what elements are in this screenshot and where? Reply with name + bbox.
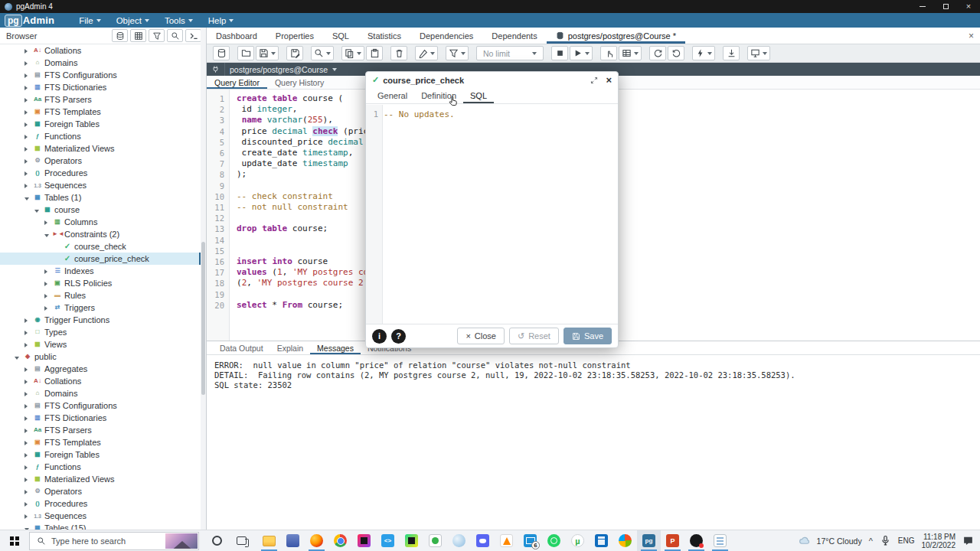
tab-sql[interactable]: SQL xyxy=(323,28,358,44)
database-tool-taskbar-button[interactable] xyxy=(423,530,447,551)
tab-dependencies[interactable]: Dependencies xyxy=(410,28,482,44)
hidden-icons-chevron[interactable]: ^ xyxy=(869,536,873,546)
tree-expander-icon[interactable] xyxy=(44,291,52,300)
tree-expander-icon[interactable] xyxy=(24,499,32,508)
tree-item-foreign-tables[interactable]: ▦Foreign Tables xyxy=(0,118,206,130)
tree-expander-icon[interactable] xyxy=(24,156,32,165)
save-as-button[interactable] xyxy=(286,46,303,60)
tree-expander-icon[interactable] xyxy=(24,401,32,410)
recorder-taskbar-button[interactable] xyxy=(684,530,708,551)
tree-expander-icon[interactable] xyxy=(24,315,32,324)
dialog-save-button[interactable]: Save xyxy=(564,328,612,344)
tab-properties[interactable]: Properties xyxy=(266,28,323,44)
tree-expander-icon[interactable] xyxy=(24,462,32,471)
rollback-button[interactable] xyxy=(668,46,684,60)
minimize-button[interactable] xyxy=(911,0,934,13)
tree-expander-icon[interactable] xyxy=(24,413,32,422)
magnifier-button[interactable] xyxy=(311,46,334,60)
help-button[interactable]: ? xyxy=(391,329,406,344)
save-button[interactable] xyxy=(256,46,279,60)
tree-item-types[interactable]: □Types xyxy=(0,326,206,338)
play-button[interactable] xyxy=(570,46,593,60)
tree-item-domains[interactable]: ⌂Domains xyxy=(0,57,206,69)
taskbar-search-input[interactable]: Type here to search xyxy=(29,532,199,550)
dialog-reset-button[interactable]: ↺Reset xyxy=(509,328,559,344)
storage-button[interactable] xyxy=(112,29,128,42)
tab-dependents[interactable]: Dependents xyxy=(482,28,546,44)
tree-item-functions[interactable]: ƒFunctions xyxy=(0,461,206,473)
tree-item-rules[interactable]: ▬Rules xyxy=(0,289,206,302)
language-indicator[interactable]: ENG xyxy=(898,536,915,545)
discord-taskbar-button[interactable] xyxy=(471,530,495,551)
tree-expander-icon[interactable] xyxy=(24,168,32,178)
output-tab-data-output[interactable]: Data Output xyxy=(213,341,270,354)
tree-item-procedures[interactable]: ()Procedures xyxy=(0,497,206,510)
hand-button[interactable] xyxy=(600,46,617,60)
tree-item-fts-dictionaries[interactable]: ▥FTS Dictionaries xyxy=(0,412,206,424)
whatsapp-taskbar-button[interactable] xyxy=(542,530,566,551)
stop-button[interactable] xyxy=(551,46,568,60)
tree-item-fts-templates[interactable]: ▣FTS Templates xyxy=(0,106,206,118)
tree-expander-icon[interactable] xyxy=(24,144,32,153)
filter-button[interactable] xyxy=(149,29,165,42)
funnel-button[interactable] xyxy=(446,46,469,60)
tree-item-fts-dictionaries[interactable]: ▥FTS Dictionaries xyxy=(0,81,206,93)
tree-item-course-check[interactable]: ✓course_check xyxy=(0,240,206,253)
tree-expander-icon[interactable] xyxy=(24,119,32,129)
tree-item-aggregates[interactable]: ▤Aggregates xyxy=(0,363,206,375)
tree-item-sequences[interactable]: 1.3Sequences xyxy=(0,510,206,522)
output-tab-explain[interactable]: Explain xyxy=(270,341,310,354)
menu-tools[interactable]: Tools xyxy=(157,13,201,28)
tree-expander-icon[interactable] xyxy=(24,450,32,459)
search-button[interactable] xyxy=(167,29,183,42)
terminal-button[interactable] xyxy=(185,29,201,42)
tree-expander-icon[interactable] xyxy=(24,328,32,337)
tree-item-indexes[interactable]: ☰Indexes xyxy=(0,265,206,277)
chevron-down-icon[interactable] xyxy=(332,68,337,71)
tree-item-triggers[interactable]: ⇄Triggers xyxy=(0,302,206,314)
dialog-header[interactable]: ✓ course_price_check × xyxy=(366,72,618,88)
tree-item-fts-configurations[interactable]: ▤FTS Configurations xyxy=(0,399,206,412)
tab-statistics[interactable]: Statistics xyxy=(358,28,410,44)
tab-query-editor[interactable]: Query Editor xyxy=(207,76,267,89)
tray-temperature[interactable]: 17°C Cloudy xyxy=(817,536,862,546)
expand-icon[interactable] xyxy=(590,77,598,84)
tree-item-fts-templates[interactable]: ▣FTS Templates xyxy=(0,436,206,448)
tree-expander-icon[interactable] xyxy=(24,83,32,92)
row-limit-select[interactable]: No limit xyxy=(476,46,544,60)
devices-taskbar-button[interactable] xyxy=(281,530,305,551)
vscode-taskbar-button[interactable]: <> xyxy=(376,530,400,551)
display-button[interactable] xyxy=(747,46,770,60)
firefox-taskbar-button[interactable] xyxy=(305,530,328,551)
tree-item-collations[interactable]: A↓Collations xyxy=(0,44,206,57)
table-button[interactable] xyxy=(619,46,642,60)
start-button[interactable] xyxy=(0,530,29,551)
tree-expander-icon[interactable] xyxy=(24,95,32,104)
powerpoint-taskbar-button[interactable]: P xyxy=(661,530,684,551)
tree-expander-icon[interactable] xyxy=(24,487,32,496)
menu-help[interactable]: Help xyxy=(201,13,242,28)
tree-item-operators[interactable]: ⚙Operators xyxy=(0,155,206,167)
maximize-button[interactable] xyxy=(934,0,957,13)
tree-item-constraints-2-[interactable]: ►◄Constraints (2) xyxy=(0,228,206,240)
output-tab-messages[interactable]: Messages xyxy=(310,341,361,354)
pgadmin-taskbar-button[interactable]: pg xyxy=(637,530,661,551)
tree-expander-icon[interactable] xyxy=(24,425,32,435)
tree-item-fts-configurations[interactable]: ▤FTS Configurations xyxy=(0,69,206,81)
tree-expander-icon[interactable] xyxy=(24,511,32,520)
paste-button[interactable] xyxy=(366,46,383,60)
tab-query-history[interactable]: Query History xyxy=(267,76,332,89)
info-button[interactable]: i xyxy=(372,329,387,344)
db-new-button[interactable] xyxy=(213,46,230,60)
tree-item-fts-parsers[interactable]: AaFTS Parsers xyxy=(0,93,206,106)
intellij-taskbar-button[interactable] xyxy=(352,530,376,551)
tree-scrollbar-thumb[interactable] xyxy=(201,242,205,395)
download-button[interactable] xyxy=(723,46,740,60)
menu-file[interactable]: File xyxy=(71,13,109,28)
tree-item-domains[interactable]: ⌂Domains xyxy=(0,387,206,399)
tree-expander-icon[interactable] xyxy=(24,474,32,484)
menu-object[interactable]: Object xyxy=(109,13,157,28)
tree-scrollbar[interactable] xyxy=(201,28,206,530)
tree-expander-icon[interactable] xyxy=(44,266,52,276)
pycharm-taskbar-button[interactable] xyxy=(400,530,423,551)
